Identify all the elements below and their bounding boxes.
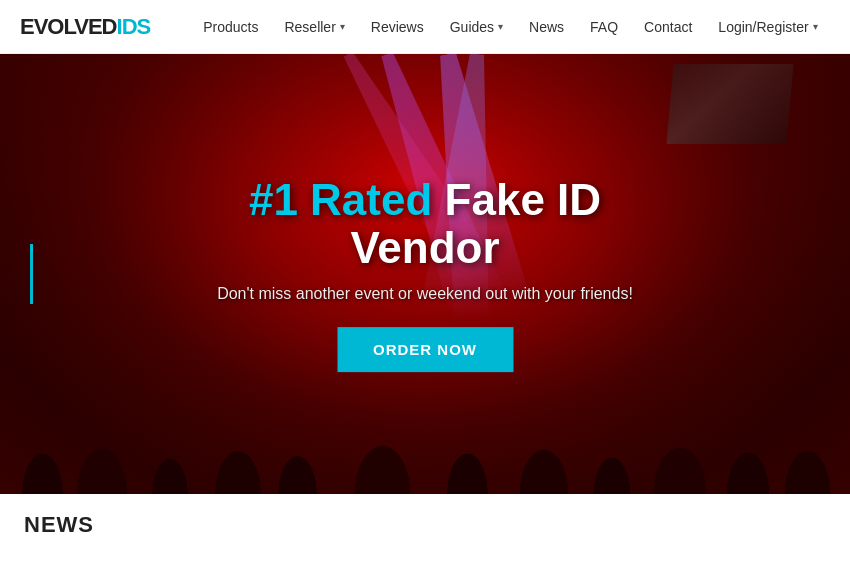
hero-title-accent: #1 Rated [249,175,445,224]
logo-evolved: EVOLVED [20,14,117,39]
nav-reseller[interactable]: Reseller ▾ [271,0,357,54]
nav-contact[interactable]: Contact [631,0,705,54]
nav-guides[interactable]: Guides ▾ [437,0,516,54]
header: EVOLVEDIDS Products Reseller ▾ Reviews G… [0,0,850,54]
chevron-down-icon-2: ▾ [498,21,503,32]
nav-news[interactable]: News [516,0,577,54]
chevron-down-icon-3: ▾ [813,21,818,32]
chevron-down-icon: ▾ [340,21,345,32]
nav-products[interactable]: Products [190,0,271,54]
order-now-button[interactable]: ORDER NOW [337,327,513,372]
news-section: NEWS [0,494,850,548]
left-accent-bar [30,244,33,304]
main-nav: Products Reseller ▾ Reviews Guides ▾ New… [190,0,830,54]
nav-reviews[interactable]: Reviews [358,0,437,54]
news-section-title: NEWS [24,512,826,538]
nav-faq[interactable]: FAQ [577,0,631,54]
logo[interactable]: EVOLVEDIDS [20,14,150,40]
hero-content: #1 Rated Fake ID Vendor Don't miss anoth… [213,176,638,372]
logo-ids: IDS [117,14,151,39]
hero-title: #1 Rated Fake ID Vendor [213,176,638,273]
hero-section: #1 Rated Fake ID Vendor Don't miss anoth… [0,54,850,494]
hero-subtitle: Don't miss another event or weekend out … [213,285,638,303]
nav-login-register[interactable]: Login/Register ▾ [705,0,830,54]
